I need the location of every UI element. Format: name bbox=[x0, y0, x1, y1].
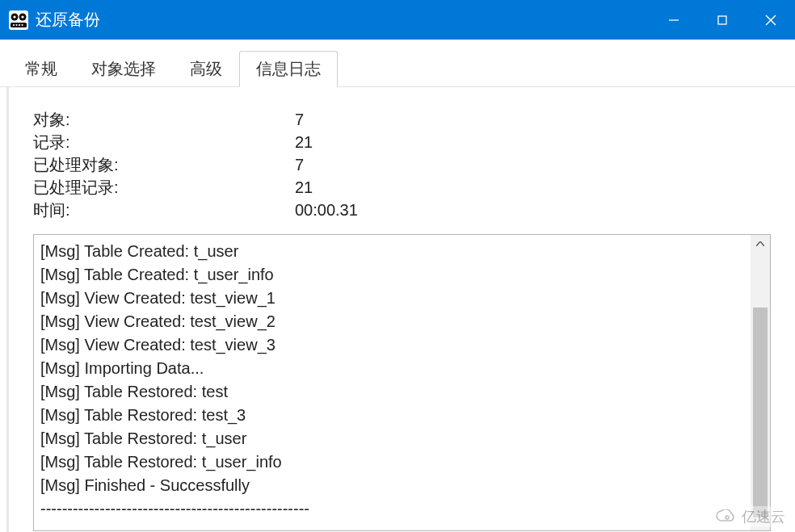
maximize-button[interactable] bbox=[698, 0, 747, 40]
stat-row-time: 时间: 00:00.31 bbox=[33, 199, 771, 221]
app-icon bbox=[8, 10, 29, 31]
scrollbar[interactable] bbox=[751, 235, 770, 530]
tab-advanced[interactable]: 高级 bbox=[173, 51, 239, 86]
svg-point-7 bbox=[15, 23, 17, 25]
minimize-button[interactable] bbox=[650, 0, 698, 40]
tab-object-select[interactable]: 对象选择 bbox=[74, 51, 173, 86]
stat-label: 已处理记录: bbox=[33, 176, 295, 199]
window-controls bbox=[650, 0, 795, 40]
stat-row-processed-objects: 已处理对象: 7 bbox=[33, 153, 771, 176]
stat-value: 21 bbox=[295, 131, 771, 153]
svg-point-9 bbox=[21, 23, 23, 25]
stat-value: 21 bbox=[295, 176, 771, 199]
stat-label: 对象: bbox=[33, 108, 295, 131]
tab-general[interactable]: 常规 bbox=[8, 51, 74, 86]
stat-row-records: 记录: 21 bbox=[33, 131, 771, 153]
stat-value: 7 bbox=[295, 153, 771, 176]
stat-value: 7 bbox=[295, 108, 771, 131]
svg-point-2 bbox=[13, 15, 15, 18]
stat-row-processed-records: 已处理记录: 21 bbox=[33, 176, 771, 199]
scroll-thumb[interactable] bbox=[753, 308, 768, 517]
svg-rect-11 bbox=[718, 16, 726, 24]
stat-label: 已处理对象: bbox=[33, 153, 295, 176]
log-textarea[interactable]: [Msg] Table Created: t_user [Msg] Table … bbox=[34, 235, 751, 530]
titlebar: 还原备份 bbox=[0, 0, 795, 40]
tab-info-log[interactable]: 信息日志 bbox=[239, 51, 338, 87]
log-panel: [Msg] Table Created: t_user [Msg] Table … bbox=[33, 234, 771, 531]
stats-panel: 对象: 7 记录: 21 已处理对象: 7 已处理记录: 21 时间: 00:0… bbox=[33, 108, 771, 221]
stat-value: 00:00.31 bbox=[295, 199, 771, 221]
tab-area: 常规 对象选择 高级 信息日志 bbox=[0, 40, 795, 87]
svg-point-6 bbox=[13, 23, 15, 25]
stat-row-objects: 对象: 7 bbox=[33, 108, 771, 131]
svg-point-4 bbox=[21, 15, 23, 18]
svg-point-8 bbox=[19, 23, 20, 25]
content-area: 对象: 7 记录: 21 已处理对象: 7 已处理记录: 21 时间: 00:0… bbox=[6, 87, 795, 532]
close-button[interactable] bbox=[747, 0, 795, 40]
tabstrip: 常规 对象选择 高级 信息日志 bbox=[8, 51, 795, 86]
scroll-up-icon[interactable] bbox=[751, 235, 770, 253]
stat-label: 记录: bbox=[33, 131, 295, 153]
stat-label: 时间: bbox=[33, 199, 295, 221]
window-title: 还原备份 bbox=[36, 9, 100, 31]
